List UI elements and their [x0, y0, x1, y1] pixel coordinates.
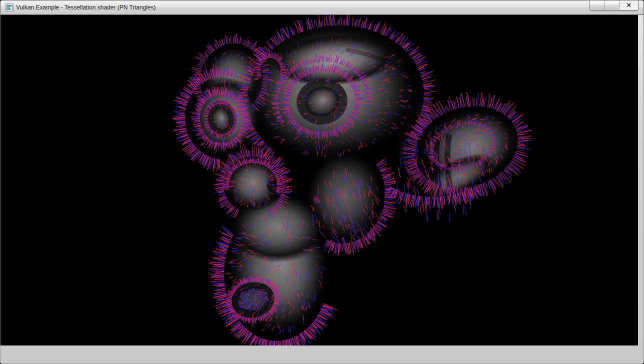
close-button[interactable]: ✕ [619, 0, 638, 10]
maximize-button[interactable] [604, 0, 619, 10]
app-icon[interactable] [6, 4, 14, 12]
close-icon: ✕ [626, 2, 632, 9]
window-title: Vulkan Example - Tessellation shader (PN… [16, 0, 156, 15]
minimize-button[interactable] [590, 0, 604, 10]
viewport-frame [0, 0, 644, 348]
window-controls: ✕ [590, 0, 638, 10]
render-viewport[interactable] [0, 0, 638, 346]
app-window: Vulkan Example - Tessellation shader (PN… [0, 0, 644, 364]
titlebar[interactable]: Vulkan Example - Tessellation shader (PN… [0, 0, 644, 15]
